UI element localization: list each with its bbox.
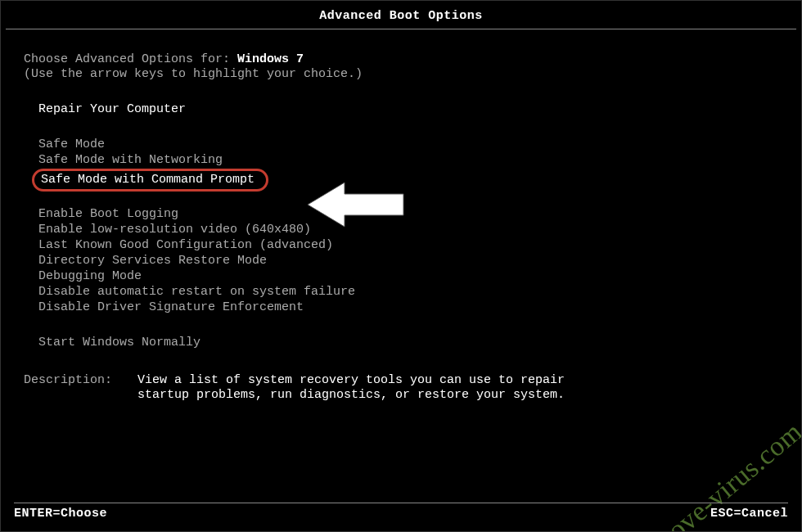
option-disable-auto-restart[interactable]: Disable automatic restart on system fail… bbox=[38, 285, 355, 300]
divider-bottom bbox=[14, 503, 788, 503]
option-enable-boot-logging[interactable]: Enable Boot Logging bbox=[38, 207, 178, 222]
option-debugging-mode[interactable]: Debugging Mode bbox=[38, 269, 142, 284]
page-title: Advanced Boot Options bbox=[1, 1, 801, 29]
footer-esc-hint: ESC=Cancel bbox=[710, 507, 788, 521]
group-safe-mode: Safe Mode Safe Mode with Networking Safe… bbox=[38, 137, 778, 192]
group-repair: Repair Your Computer bbox=[38, 101, 778, 117]
option-safe-mode-networking[interactable]: Safe Mode with Networking bbox=[38, 153, 223, 168]
option-last-known-good[interactable]: Last Known Good Configuration (advanced) bbox=[38, 238, 333, 253]
option-safe-mode-command-prompt[interactable]: Safe Mode with Command Prompt bbox=[41, 173, 255, 187]
instruction-line: (Use the arrow keys to highlight your ch… bbox=[24, 67, 778, 82]
footer-enter-hint: ENTER=Choose bbox=[14, 507, 107, 521]
highlight-circle: Safe Mode with Command Prompt bbox=[32, 169, 268, 192]
os-name: Windows 7 bbox=[237, 52, 304, 66]
description-text: View a list of system recovery tools you… bbox=[137, 373, 596, 403]
option-directory-services-restore[interactable]: Directory Services Restore Mode bbox=[38, 254, 267, 268]
option-start-windows-normally[interactable]: Start Windows Normally bbox=[38, 336, 200, 350]
group-normal: Start Windows Normally bbox=[38, 335, 778, 350]
group-advanced: Enable Boot Logging Enable low-resolutio… bbox=[38, 206, 778, 315]
option-disable-driver-signature[interactable]: Disable Driver Signature Enforcement bbox=[38, 300, 304, 315]
option-low-resolution-video[interactable]: Enable low-resolution video (640x480) bbox=[38, 223, 311, 237]
choose-prefix: Choose Advanced Options for: bbox=[24, 52, 237, 66]
content-area: Choose Advanced Options for: Windows 7 (… bbox=[1, 29, 801, 403]
option-safe-mode[interactable]: Safe Mode bbox=[38, 138, 105, 152]
options-list: Repair Your Computer Safe Mode Safe Mode… bbox=[24, 82, 778, 350]
selected-option-wrap: Safe Mode with Command Prompt bbox=[38, 169, 268, 192]
option-repair-your-computer[interactable]: Repair Your Computer bbox=[38, 102, 186, 117]
description-block: Description: View a list of system recov… bbox=[24, 373, 778, 403]
choose-line: Choose Advanced Options for: Windows 7 bbox=[24, 52, 778, 67]
description-label: Description: bbox=[24, 373, 130, 388]
footer: ENTER=Choose ESC=Cancel bbox=[1, 498, 801, 521]
